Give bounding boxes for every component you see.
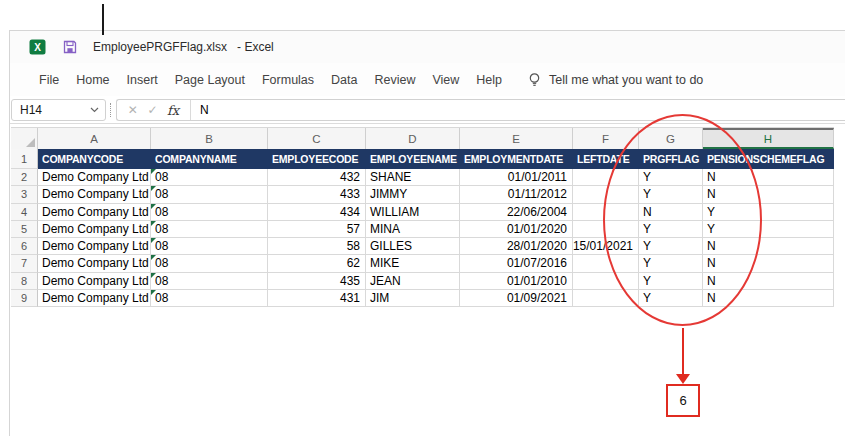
cell-e5[interactable]: 01/01/2020 <box>460 221 573 238</box>
cell-d3[interactable]: JIMMY <box>366 186 460 203</box>
row-number-2[interactable]: 2 <box>11 169 38 186</box>
column-header-b[interactable]: B <box>151 128 268 149</box>
row-number-4[interactable]: 4 <box>11 204 38 221</box>
tab-view[interactable]: View <box>432 73 459 87</box>
cell-a2[interactable]: Demo Company Ltd <box>38 169 151 186</box>
error-indicator-icon <box>151 273 156 278</box>
cell-d2[interactable]: SHANE <box>366 169 460 186</box>
name-box[interactable]: H14 <box>11 99 106 121</box>
error-indicator-icon <box>151 221 156 226</box>
tab-insert[interactable]: Insert <box>127 73 158 87</box>
error-indicator-icon <box>151 169 156 174</box>
cell-b4[interactable]: 08 <box>151 204 268 221</box>
tab-home[interactable]: Home <box>76 73 109 87</box>
cell-a4[interactable]: Demo Company Ltd <box>38 204 151 221</box>
cell-e2[interactable]: 01/01/2011 <box>460 169 573 186</box>
tell-me-label: Tell me what you want to do <box>549 73 703 87</box>
formula-input[interactable]: N <box>191 103 209 117</box>
insert-function-icon[interactable]: fx <box>167 103 179 118</box>
cell-a3[interactable]: Demo Company Ltd <box>38 186 151 203</box>
header-companycode[interactable]: COMPANYCODE <box>38 149 151 169</box>
cell-b9[interactable]: 08 <box>151 290 268 307</box>
header-employeecode[interactable]: EMPLOYEECODE <box>268 149 366 169</box>
cell-e8[interactable]: 01/01/2010 <box>460 273 573 290</box>
row-number-9[interactable]: 9 <box>11 290 38 307</box>
tab-formulas[interactable]: Formulas <box>262 73 314 87</box>
namebox-separator[interactable] <box>110 103 111 117</box>
header-companyname[interactable]: COMPANYNAME <box>151 149 268 169</box>
annotation-arrow-line <box>682 328 684 375</box>
annotation-arrow-head-icon <box>676 374 690 384</box>
cell-c8[interactable]: 435 <box>268 273 366 290</box>
tab-help[interactable]: Help <box>476 73 502 87</box>
enter-icon[interactable]: ✓ <box>147 103 157 117</box>
column-header-c[interactable]: C <box>268 128 366 149</box>
tell-me-box[interactable]: Tell me what you want to do <box>527 72 703 88</box>
cell-text: 08 <box>155 239 168 253</box>
formula-input-strip: ✕ ✓ fx N <box>116 99 845 121</box>
save-icon[interactable] <box>62 39 78 55</box>
column-header-a[interactable]: A <box>38 128 151 149</box>
row-number-8[interactable]: 8 <box>11 273 38 290</box>
cell-e7[interactable]: 01/07/2016 <box>460 255 573 272</box>
cell-e4[interactable]: 22/06/2004 <box>460 204 573 221</box>
cell-b5[interactable]: 08 <box>151 221 268 238</box>
tab-file[interactable]: File <box>39 73 59 87</box>
cell-d6[interactable]: GILLES <box>366 238 460 255</box>
row-number-7[interactable]: 7 <box>11 255 38 272</box>
row-number-6[interactable]: 6 <box>11 238 38 255</box>
cell-b8[interactable]: 08 <box>151 273 268 290</box>
cell-c5[interactable]: 57 <box>268 221 366 238</box>
cell-e3[interactable]: 01/11/2012 <box>460 186 573 203</box>
cell-c3[interactable]: 433 <box>268 186 366 203</box>
cancel-icon[interactable]: ✕ <box>128 103 138 117</box>
cell-a7[interactable]: Demo Company Ltd <box>38 255 151 272</box>
cell-d9[interactable]: JIM <box>366 290 460 307</box>
tab-data[interactable]: Data <box>331 73 357 87</box>
cell-e6[interactable]: 28/01/2020 <box>460 238 573 255</box>
cell-c4[interactable]: 434 <box>268 204 366 221</box>
cell-c2[interactable]: 432 <box>268 169 366 186</box>
select-all-corner[interactable] <box>11 128 38 149</box>
cell-d8[interactable]: JEAN <box>366 273 460 290</box>
cell-c6[interactable]: 58 <box>268 238 366 255</box>
tab-page-layout[interactable]: Page Layout <box>175 73 245 87</box>
column-header-d[interactable]: D <box>366 128 460 149</box>
error-indicator-icon <box>151 186 156 191</box>
cell-d7[interactable]: MIKE <box>366 255 460 272</box>
formula-buttons: ✕ ✓ fx <box>117 100 191 120</box>
cell-text: 08 <box>155 170 168 184</box>
row-number-3[interactable]: 3 <box>11 186 38 203</box>
svg-text:X: X <box>34 42 41 53</box>
cell-d5[interactable]: MINA <box>366 221 460 238</box>
tab-review[interactable]: Review <box>374 73 415 87</box>
error-indicator-icon <box>151 204 156 209</box>
cell-c7[interactable]: 62 <box>268 255 366 272</box>
column-header-e[interactable]: E <box>460 128 573 149</box>
cell-e9[interactable]: 01/09/2021 <box>460 290 573 307</box>
header-employmentdate[interactable]: EMPLOYMENTDATE <box>460 149 573 169</box>
row-number-5[interactable]: 5 <box>11 221 38 238</box>
formula-bar: H14 ✕ ✓ fx N <box>10 96 845 124</box>
row-number-1[interactable]: 1 <box>11 149 38 169</box>
cell-b7[interactable]: 08 <box>151 255 268 272</box>
annotation-leader-line <box>102 4 104 35</box>
cell-text: 08 <box>155 291 168 305</box>
cell-d4[interactable]: WILLIAM <box>366 204 460 221</box>
cell-b3[interactable]: 08 <box>151 186 268 203</box>
error-indicator-icon <box>151 255 156 260</box>
title-bar: X EmployeePRGFFlag.xlsx - Excel <box>10 31 845 63</box>
cell-a5[interactable]: Demo Company Ltd <box>38 221 151 238</box>
header-employeename[interactable]: EMPLOYEENAME <box>366 149 460 169</box>
cell-text: 08 <box>155 222 168 236</box>
cell-text: 08 <box>155 187 168 201</box>
cell-c9[interactable]: 431 <box>268 290 366 307</box>
cell-b2[interactable]: 08 <box>151 169 268 186</box>
cell-b6[interactable]: 08 <box>151 238 268 255</box>
cell-a6[interactable]: Demo Company Ltd <box>38 238 151 255</box>
cell-text: 08 <box>155 274 168 288</box>
cell-a9[interactable]: Demo Company Ltd <box>38 290 151 307</box>
cell-a8[interactable]: Demo Company Ltd <box>38 273 151 290</box>
app-name: - Excel <box>237 40 274 54</box>
chevron-down-icon[interactable] <box>90 107 99 113</box>
